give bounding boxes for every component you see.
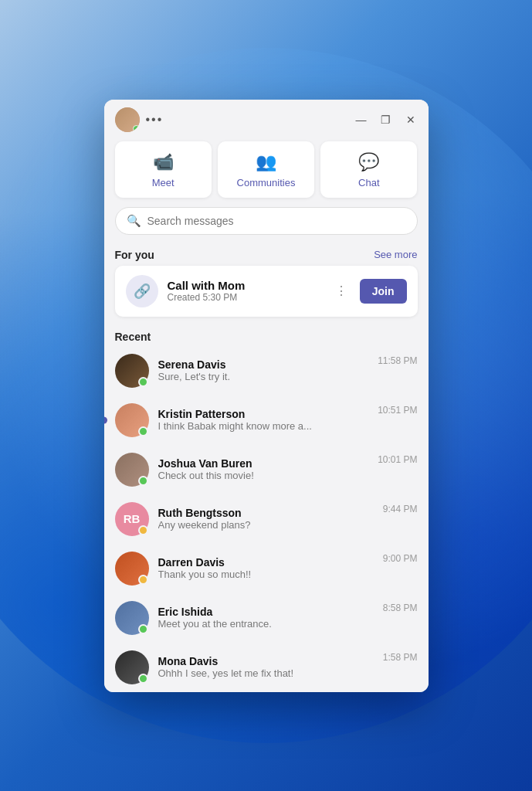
recent-header: Recent bbox=[104, 324, 429, 346]
chat-name: Darren Davis bbox=[158, 556, 374, 569]
chat-avatar bbox=[115, 650, 149, 684]
chat-item[interactable]: Serena DavisSure, Let's try it.11:58 PM bbox=[104, 346, 429, 396]
call-info: Call with Mom Created 5:30 PM bbox=[168, 279, 323, 303]
status-indicator bbox=[138, 624, 148, 634]
chat-content: Eric IshidaMeet you at the entrance. bbox=[158, 606, 374, 630]
meet-button[interactable]: 📹 Meet bbox=[115, 141, 212, 198]
nav-section: 📹 Meet 👥 Communities 💬 Chat bbox=[104, 137, 429, 207]
unread-dot bbox=[104, 416, 107, 423]
status-indicator bbox=[138, 674, 148, 684]
chat-name: Mona Davis bbox=[158, 655, 374, 667]
chat-item[interactable]: Darren DavisThank you so much!!9:00 PM bbox=[104, 544, 429, 593]
chat-content: Joshua Van BurenCheck out this movie! bbox=[158, 457, 369, 481]
search-section: 🔍 bbox=[104, 207, 429, 243]
status-indicator bbox=[138, 426, 148, 436]
chat-time: 8:58 PM bbox=[383, 601, 418, 613]
communities-button[interactable]: 👥 Communities bbox=[218, 141, 314, 198]
user-avatar[interactable] bbox=[115, 107, 140, 132]
chat-item[interactable]: Joshua Van BurenCheck out this movie!10:… bbox=[104, 445, 429, 494]
chat-avatar bbox=[115, 354, 149, 388]
chat-content: Serena DavisSure, Let's try it. bbox=[158, 358, 369, 382]
chat-content: Ruth BengtssonAny weekend plans? bbox=[158, 507, 374, 531]
chat-preview: Any weekend plans? bbox=[158, 519, 374, 531]
chat-preview: Thank you so much!! bbox=[158, 569, 374, 580]
chat-time: 1:58 PM bbox=[383, 650, 418, 663]
status-indicator bbox=[138, 525, 148, 535]
chat-label: Chat bbox=[358, 177, 379, 188]
chat-name: Serena Davis bbox=[158, 358, 369, 371]
chat-preview: Meet you at the entrance. bbox=[158, 618, 374, 630]
meet-label: Meet bbox=[152, 177, 175, 188]
chat-time: 10:01 PM bbox=[378, 453, 417, 465]
status-indicator bbox=[138, 476, 148, 486]
chat-item[interactable]: Mona DavisOhhh I see, yes let me fix tha… bbox=[104, 643, 429, 692]
minimize-button[interactable]: — bbox=[354, 114, 368, 126]
communities-label: Communities bbox=[237, 177, 296, 188]
chat-button[interactable]: 💬 Chat bbox=[320, 141, 417, 198]
chat-item[interactable]: RBRuth BengtssonAny weekend plans?9:44 P… bbox=[104, 494, 429, 544]
title-bar-left: ••• bbox=[115, 107, 164, 132]
call-icon: 🔗 bbox=[126, 275, 158, 307]
chat-content: Mona DavisOhhh I see, yes let me fix tha… bbox=[158, 655, 374, 679]
call-more-button[interactable]: ⋮ bbox=[332, 283, 351, 298]
search-icon: 🔍 bbox=[127, 214, 141, 228]
call-subtitle: Created 5:30 PM bbox=[168, 292, 323, 303]
chat-icon: 💬 bbox=[358, 152, 379, 172]
maximize-button[interactable]: ❐ bbox=[379, 114, 393, 126]
chat-preview: Sure, Let's try it. bbox=[158, 371, 369, 382]
see-more-link[interactable]: See more bbox=[374, 249, 417, 260]
meet-icon: 📹 bbox=[153, 152, 174, 172]
chat-avatar: RB bbox=[115, 502, 149, 536]
chat-time: 9:44 PM bbox=[383, 502, 418, 514]
chat-name: Ruth Bengtsson bbox=[158, 507, 374, 519]
join-button[interactable]: Join bbox=[360, 279, 407, 304]
search-input[interactable] bbox=[147, 215, 406, 227]
call-title: Call with Mom bbox=[168, 279, 323, 292]
title-bar: ••• — ❐ ✕ bbox=[104, 100, 429, 137]
more-options-button[interactable]: ••• bbox=[146, 113, 164, 127]
chat-list: Serena DavisSure, Let's try it.11:58 PMK… bbox=[104, 346, 429, 692]
chat-preview: Ohhh I see, yes let me fix that! bbox=[158, 667, 374, 679]
recent-title: Recent bbox=[115, 331, 151, 343]
chat-preview: I think Babak might know more a... bbox=[158, 420, 369, 432]
status-indicator bbox=[138, 377, 148, 387]
chat-avatar bbox=[115, 403, 149, 437]
status-indicator bbox=[138, 575, 148, 585]
chat-name: Kristin Patterson bbox=[158, 408, 369, 420]
online-status-dot bbox=[133, 125, 140, 132]
chat-content: Kristin PattersonI think Babak might kno… bbox=[158, 408, 369, 432]
window-controls: — ❐ ✕ bbox=[354, 114, 418, 126]
chat-content: Darren DavisThank you so much!! bbox=[158, 556, 374, 580]
chat-avatar bbox=[115, 552, 149, 586]
chat-item[interactable]: Eric IshidaMeet you at the entrance.8:58… bbox=[104, 593, 429, 643]
chat-item[interactable]: Kristin PattersonI think Babak might kno… bbox=[104, 396, 429, 445]
search-box[interactable]: 🔍 bbox=[115, 207, 418, 235]
chat-name: Joshua Van Buren bbox=[158, 457, 369, 470]
for-you-header: For you See more bbox=[104, 243, 429, 266]
chat-time: 9:00 PM bbox=[383, 552, 418, 564]
for-you-title: For you bbox=[115, 249, 154, 261]
call-card[interactable]: 🔗 Call with Mom Created 5:30 PM ⋮ Join bbox=[115, 266, 418, 317]
chat-time: 10:51 PM bbox=[378, 403, 417, 416]
app-window: ••• — ❐ ✕ 📹 Meet 👥 Communities 💬 Chat 🔍 bbox=[104, 100, 429, 692]
chat-avatar bbox=[115, 601, 149, 635]
chat-preview: Check out this movie! bbox=[158, 470, 369, 481]
chat-time: 11:58 PM bbox=[378, 354, 417, 366]
chat-name: Eric Ishida bbox=[158, 606, 374, 618]
communities-icon: 👥 bbox=[256, 152, 276, 172]
chat-avatar bbox=[115, 453, 149, 487]
close-button[interactable]: ✕ bbox=[404, 114, 418, 126]
